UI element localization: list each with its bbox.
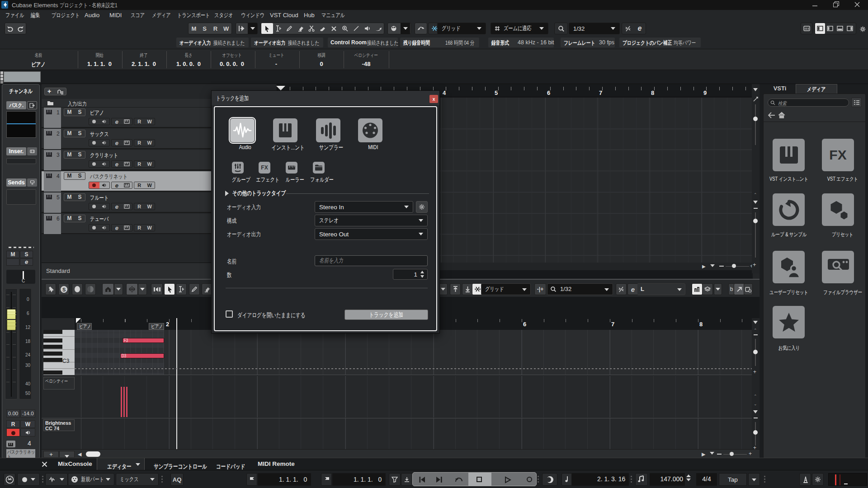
svg-text:S: S: [62, 286, 66, 292]
